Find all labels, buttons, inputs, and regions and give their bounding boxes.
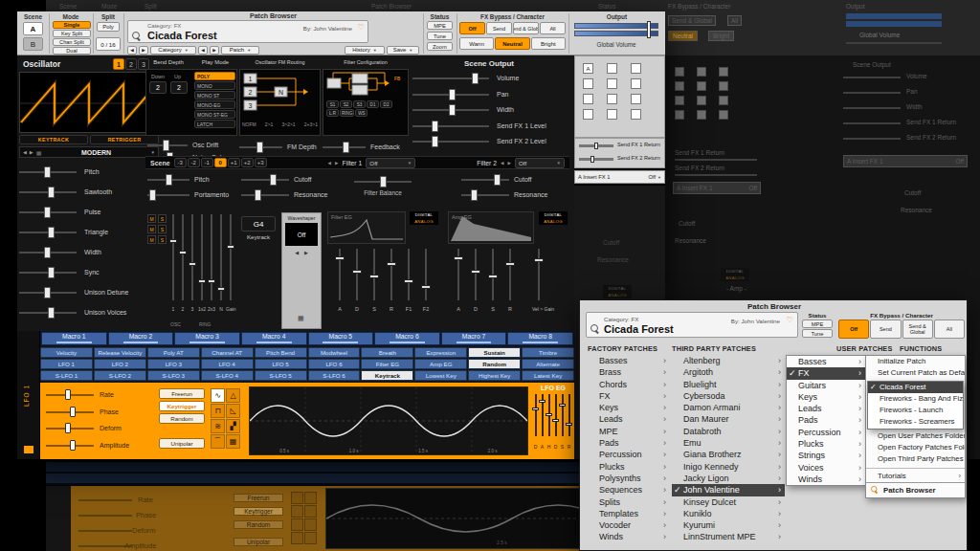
category-next-button[interactable]: ▶ (139, 46, 148, 55)
macro-cell[interactable]: Macro 6 (374, 332, 440, 345)
status-button[interactable]: MPE (802, 320, 833, 328)
bend-up-value[interactable]: 2 (170, 81, 188, 94)
menu-item[interactable]: MPE (588, 426, 670, 437)
lfo-eg-fader[interactable]: R (566, 394, 572, 452)
lfo-trigger-button[interactable]: Keytrigger (159, 401, 205, 411)
mod-source-button[interactable]: Amp EG (414, 359, 467, 369)
save-button[interactable]: Save▼ (387, 46, 419, 55)
scene-a-button[interactable]: A (23, 22, 43, 35)
bend-down-value[interactable]: 2 (149, 81, 167, 94)
osc-param-slider[interactable]: Sawtooth (17, 183, 161, 203)
macro-cell[interactable]: Macro 8 (507, 332, 573, 345)
retrigger-toggle[interactable]: RETRIGGER (90, 135, 159, 144)
menu-item-patch[interactable]: Fireworks - Screamers (868, 416, 963, 428)
menu-item[interactable]: Chords (588, 379, 670, 390)
octave-button[interactable]: +3 (255, 158, 267, 167)
category-prev-button[interactable]: ◀ (127, 46, 137, 55)
waveshaper-next-icon[interactable]: ▶ (304, 250, 308, 255)
mod-source-button[interactable]: Expression (414, 347, 467, 358)
lfo-shape-button[interactable]: ◺ (226, 404, 240, 418)
mod-source-button[interactable]: S-LFO 1 (40, 370, 93, 381)
mixer-fader[interactable]: 1x2 (197, 212, 207, 320)
menu-item[interactable]: Altenberg (672, 355, 785, 366)
menu-item-open-folder[interactable]: Open User Patches Folder... (866, 430, 965, 442)
global-volume-slider-2[interactable] (574, 31, 658, 36)
menu-item-patch-browser[interactable]: Patch Browser (866, 482, 965, 497)
mod-source-button[interactable]: Channel AT (201, 347, 254, 358)
play-mode-option[interactable]: MONO-EG (194, 100, 235, 109)
menu-item-initialize-patch[interactable]: Initialize Patch (866, 356, 965, 367)
menu-item[interactable]: John Valentine (672, 484, 785, 496)
fx-bypass-option[interactable]: Off (459, 22, 485, 34)
vel-gain-fader[interactable] (530, 249, 547, 312)
filter1-type-dropdown[interactable]: Off▼ (366, 158, 415, 168)
mod-source-button[interactable]: Alternate (522, 359, 574, 369)
mod-source-button[interactable]: Latest Key (522, 370, 574, 381)
fm-routing-option[interactable]: 2>1 (265, 121, 273, 127)
mod-source-button[interactable]: Modwheel (308, 347, 361, 358)
mixer-fader[interactable]: 2 (178, 212, 188, 320)
poly-button[interactable]: Poly (97, 22, 120, 32)
mixer-fader[interactable]: 3 (188, 212, 197, 320)
lfo-display[interactable]: 0.5 s1.0 s1.5 s2.0 s (249, 386, 528, 455)
filter2-prev-icon[interactable]: ◀ (501, 161, 503, 165)
amp-eg-fader[interactable]: R (501, 249, 519, 312)
keytrack-root-value[interactable]: G4 (241, 216, 276, 231)
filter2-type-dropdown[interactable]: Off▼ (515, 158, 565, 168)
scene-output-slider[interactable]: Send FX 1 Level (411, 119, 571, 135)
lfo-shape-button[interactable]: ⊓ (211, 404, 225, 418)
mod-source-button[interactable]: LFO 4 (201, 359, 254, 369)
filter-config-tag[interactable]: S2 (340, 100, 352, 108)
osc-menu-icon[interactable]: ▦ (36, 149, 42, 156)
osc-param-slider[interactable]: Unison Detune (17, 283, 161, 303)
lfo-param-slider[interactable]: Amplitude (44, 437, 155, 454)
scene-output-slider[interactable]: Width (411, 102, 571, 119)
menu-item[interactable]: Pads (588, 437, 670, 449)
fx-bypass-option[interactable]: Send & Global (513, 22, 539, 34)
mod-source-button[interactable]: LFO 1 (40, 359, 93, 369)
mute-solo-button[interactable]: S (158, 214, 167, 223)
filter-eg-fader[interactable]: F1 (400, 249, 417, 312)
menu-item[interactable]: FX (588, 390, 670, 402)
osc-type-label[interactable]: MODERN (81, 149, 111, 156)
osc-type-prev-icon[interactable]: ◀ (23, 149, 27, 155)
menu-item[interactable]: Percussion (588, 449, 670, 460)
filter2-next-icon[interactable]: ▶ (508, 161, 511, 165)
menu-item[interactable]: Guitars (787, 380, 865, 391)
fm-routing-option[interactable]: 2+3>1 (304, 121, 318, 127)
octave-button[interactable]: +2 (241, 158, 254, 167)
lfo-eg-fader[interactable]: D (552, 394, 559, 452)
menu-item[interactable]: Emu (672, 437, 785, 449)
macro-cell[interactable]: Macro 1 (41, 332, 107, 345)
filter-eg-fader[interactable]: D (348, 249, 366, 312)
lfo-param-slider[interactable]: Rate (44, 386, 155, 404)
menu-item[interactable]: Voices (787, 462, 865, 474)
macro-cell[interactable]: Macro 7 (441, 332, 507, 345)
mod-source-button[interactable]: S-LFO 4 (201, 370, 254, 381)
menu-item[interactable]: Templates (588, 508, 670, 519)
macro-cell[interactable]: Macro 4 (241, 332, 307, 345)
fm-routing-panel[interactable]: 1 2 3 N NOFM2>13>2>12+3>1 (239, 69, 321, 136)
menu-item[interactable]: Kinsey Dulcet (672, 496, 785, 508)
fx-bypass-option[interactable]: Send (870, 320, 901, 339)
menu-item-tutorials[interactable]: Tutorials (866, 471, 965, 482)
menu-item[interactable]: Argitoth (672, 366, 785, 378)
lfo-param-slider[interactable]: Phase (44, 404, 155, 421)
mod-source-button[interactable]: Random (468, 359, 521, 369)
filter-config-tag[interactable]: S3 (353, 100, 366, 108)
status-button[interactable]: Tune (802, 329, 833, 338)
character-option[interactable]: Bright (531, 37, 566, 50)
character-option[interactable]: Warm (459, 37, 494, 50)
fx-bypass-option[interactable]: Send (486, 22, 512, 34)
mod-source-button[interactable]: Sustain (468, 347, 521, 358)
mod-source-button[interactable]: Filter EG (361, 359, 413, 369)
menu-item[interactable]: Kyurumi (672, 519, 785, 531)
fm-routing-option[interactable]: 3>2>1 (281, 121, 295, 127)
filter-config-tag[interactable]: WS (355, 109, 368, 117)
osc-type-next-icon[interactable]: ▶ (30, 149, 33, 155)
insert-fx-dropdown[interactable]: A Insert FX 1 Off ▼ (574, 170, 665, 184)
play-mode-option[interactable]: LATCH (194, 120, 235, 128)
filter-eg-mode-badge[interactable]: DIGITALANALOG (410, 211, 438, 225)
filter-config-tag[interactable]: RING (340, 109, 354, 117)
lfo-trigger-button[interactable]: Freerun (159, 388, 205, 399)
